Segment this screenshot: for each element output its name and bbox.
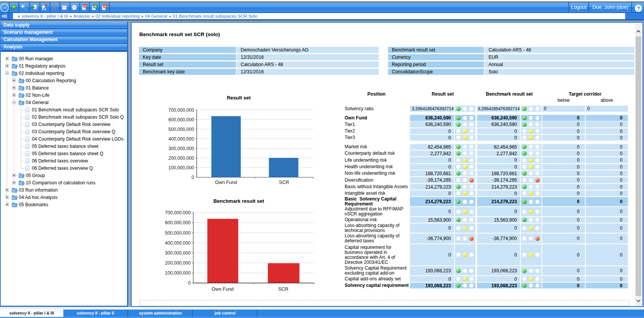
svg-text:500,000,000: 500,000,000 [168, 127, 194, 132]
svg-text:100,000,000: 100,000,000 [168, 165, 194, 171]
svg-text:400,000,000: 400,000,000 [165, 240, 191, 246]
svg-text:200,000,000: 200,000,000 [165, 260, 191, 266]
svg-text:PDF: PDF [83, 5, 87, 7]
svg-text:?: ? [637, 5, 640, 12]
svg-text:SCR: SCR [278, 287, 288, 292]
svg-text:0: 0 [188, 280, 191, 286]
svg-text:Benchmark result set: Benchmark result set [213, 198, 264, 204]
svg-text:100,000,000: 100,000,000 [165, 270, 191, 276]
svg-text:300,000,000: 300,000,000 [168, 146, 194, 151]
svg-text:300,000,000: 300,000,000 [165, 250, 191, 256]
svg-text:500,000,000: 500,000,000 [165, 230, 191, 236]
svg-text:400,000,000: 400,000,000 [168, 136, 194, 142]
svg-text:600,000,000: 600,000,000 [168, 117, 194, 123]
svg-text:0: 0 [192, 175, 194, 180]
svg-text:SCR: SCR [279, 180, 289, 185]
svg-text:700,000,000: 700,000,000 [165, 210, 191, 215]
svg-text:zeb: zeb [2, 6, 7, 10]
svg-text:Own Fund: Own Fund [211, 287, 234, 292]
svg-text:a: a [104, 5, 106, 8]
svg-text:600,000,000: 600,000,000 [165, 220, 191, 225]
svg-text:Result set: Result set [227, 95, 251, 101]
svg-text:200,000,000: 200,000,000 [168, 156, 194, 161]
svg-text:Own Fund: Own Fund [215, 180, 237, 185]
svg-text:700,000,000: 700,000,000 [168, 108, 194, 113]
